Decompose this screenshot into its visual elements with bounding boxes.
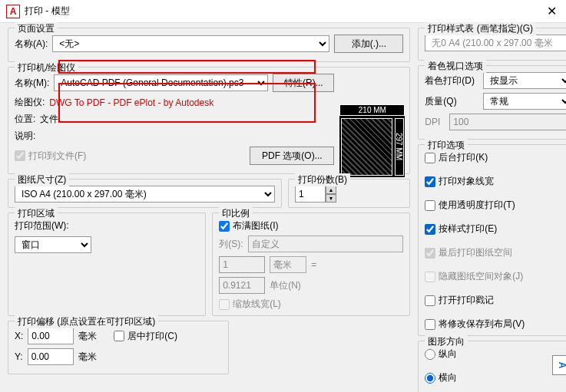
scale-unit1-select: 毫米 bbox=[270, 256, 306, 273]
printer-group: 打印机/绘图仪 名称(M): AutoCAD PDF (General Docu… bbox=[8, 67, 410, 174]
opt-styles-checkbox[interactable]: 按样式打印(E) bbox=[425, 222, 566, 236]
page-setup-title: 页面设置 bbox=[15, 22, 58, 35]
preview-width-label: 210 MM bbox=[339, 104, 405, 116]
description-label: 说明: bbox=[15, 130, 35, 143]
orientation-landscape-radio[interactable]: 横向 bbox=[425, 371, 566, 384]
offset-y-label: Y: bbox=[15, 351, 23, 362]
autocad-logo-icon bbox=[6, 5, 20, 18]
preview-height-label: 297 MM bbox=[395, 118, 404, 176]
offset-y-unit: 毫米 bbox=[78, 351, 97, 364]
shade-plot-label: 着色打印(D) bbox=[425, 74, 478, 87]
plot-scale-group: 印比例 布满图纸(I) 列(S): 自定义 毫米 = 单位(N) bbox=[212, 212, 410, 316]
scale-label: 列(S): bbox=[219, 238, 243, 251]
plot-area-group: 打印区域 打印范围(W): 窗口 bbox=[8, 212, 206, 316]
location-label: 位置: bbox=[15, 113, 35, 126]
paper-size-group: 图纸尺寸(Z) ISO A4 (210.00 x 297.00 毫米) bbox=[8, 179, 282, 208]
titlebar: 打印 - 模型 ✕ bbox=[0, 0, 566, 23]
page-setup-name-label: 名称(A): bbox=[15, 38, 48, 51]
opt-background-checkbox[interactable]: 后台打印(K) bbox=[425, 151, 566, 164]
page-setup-add-button[interactable]: 添加(.)... bbox=[334, 35, 403, 53]
offset-x-unit: 毫米 bbox=[78, 330, 97, 343]
plotter-value: DWG To PDF - PDF ePlot - by Autodesk bbox=[49, 97, 213, 108]
quality-select[interactable]: 常规 bbox=[483, 93, 566, 110]
offset-x-input[interactable] bbox=[28, 328, 74, 344]
scale-num1-input[interactable] bbox=[219, 256, 265, 273]
close-icon[interactable]: ✕ bbox=[544, 4, 560, 18]
copies-down-icon: ▼ bbox=[326, 194, 336, 203]
orientation-icon: A bbox=[552, 355, 566, 375]
orientation-group: 图形方向 纵向 横向 上下颠倒打印(-) A bbox=[418, 341, 566, 392]
plot-style-table-title: 打印样式表 (画笔指定)(G) bbox=[425, 22, 536, 35]
paper-size-title: 图纸尺寸(Z) bbox=[15, 173, 69, 186]
copies-group: 打印份数(B) ▲▼ bbox=[288, 179, 410, 208]
dpi-label: DPI bbox=[425, 117, 445, 127]
scale-select: 自定义 bbox=[248, 236, 404, 252]
plot-area-title: 打印区域 bbox=[15, 207, 58, 220]
viewport-options-group: 着色视口选项 着色打印(D) 按显示 质量(Q) 常规 DPI bbox=[418, 65, 566, 140]
orientation-portrait-radio[interactable]: 纵向 bbox=[425, 348, 566, 361]
fit-to-paper-checkbox[interactable]: 布满图纸(I) bbox=[219, 219, 403, 232]
offset-y-input[interactable] bbox=[28, 348, 74, 365]
plot-style-table-select[interactable]: 无0 A4 (210.00 x 297.00 毫米 bbox=[425, 35, 566, 51]
plot-offset-title: 打印偏移 (原点设置在可打印区域) bbox=[15, 315, 158, 328]
plot-options-group: 打印选项 后台打印(K) 打印对象线宽 使用透明度打印(T) 按样式打印(E) … bbox=[418, 144, 566, 336]
offset-x-label: X: bbox=[15, 331, 23, 341]
plot-style-table-group: 打印样式表 (画笔指定)(G) 无0 A4 (210.00 x 297.00 毫… bbox=[418, 28, 566, 61]
opt-stamp-checkbox[interactable]: 打开打印戳记 bbox=[425, 294, 566, 307]
opt-lineweights-checkbox[interactable]: 打印对象线宽 bbox=[425, 175, 566, 188]
scale-unit2-label: 单位(N) bbox=[270, 279, 306, 292]
plot-options-title: 打印选项 bbox=[425, 139, 468, 152]
copies-title: 打印份数(B) bbox=[295, 173, 350, 186]
plot-scale-title: 印比例 bbox=[219, 207, 253, 220]
copies-input[interactable] bbox=[295, 186, 326, 203]
pdf-options-button[interactable]: PDF 选项(O)... bbox=[250, 147, 334, 165]
paper-preview: 210 MM 297 MM bbox=[339, 104, 405, 177]
opt-transparency-checkbox[interactable]: 使用透明度打印(T) bbox=[425, 199, 566, 212]
plot-range-label: 打印范围(W): bbox=[15, 219, 69, 232]
scale-equals: = bbox=[311, 259, 316, 270]
location-value: 文件 bbox=[40, 113, 58, 126]
print-to-file-checkbox[interactable]: 打印到文件(F) bbox=[15, 150, 86, 163]
plot-range-select[interactable]: 窗口 bbox=[15, 236, 91, 253]
dpi-input bbox=[449, 114, 566, 130]
printer-group-title: 打印机/绘图仪 bbox=[15, 61, 78, 74]
printer-props-button[interactable]: 特性(R)... bbox=[273, 74, 334, 92]
opt-hide-paperspace-checkbox: 隐藏图纸空间对象(J) bbox=[425, 270, 566, 283]
preview-paper-icon bbox=[341, 118, 392, 176]
scale-lineweight-checkbox: 缩放线宽(L) bbox=[219, 298, 403, 311]
page-setup-group: 页面设置 名称(A): <无> 添加(.)... bbox=[8, 28, 410, 62]
shade-plot-select[interactable]: 按显示 bbox=[483, 72, 566, 89]
printer-name-select[interactable]: AutoCAD PDF (General Documentation).pc3 bbox=[54, 74, 268, 91]
opt-save-changes-checkbox[interactable]: 将修改保存到布局(V) bbox=[425, 318, 566, 331]
quality-label: 质量(Q) bbox=[425, 95, 478, 108]
copies-spinner[interactable]: ▲▼ bbox=[326, 186, 336, 203]
paper-size-select[interactable]: ISO A4 (210.00 x 297.00 毫米) bbox=[15, 186, 275, 203]
center-plot-checkbox[interactable]: 居中打印(C) bbox=[114, 330, 177, 343]
plotter-label: 绘图仪: bbox=[15, 96, 45, 109]
viewport-options-title: 着色视口选项 bbox=[425, 60, 486, 73]
page-setup-name-select[interactable]: <无> bbox=[52, 35, 329, 52]
orientation-title: 图形方向 bbox=[425, 335, 468, 348]
printer-name-label: 名称(M): bbox=[15, 77, 49, 90]
scale-num2-input[interactable] bbox=[219, 277, 265, 294]
opt-paperspace-last-checkbox: 最后打印图纸空间 bbox=[425, 246, 566, 259]
plot-offset-group: 打印偏移 (原点设置在可打印区域) X: 毫米 居中打印(C) Y: 毫米 bbox=[8, 321, 229, 374]
window-title: 打印 - 模型 bbox=[25, 5, 544, 18]
copies-up-icon: ▲ bbox=[326, 186, 336, 194]
